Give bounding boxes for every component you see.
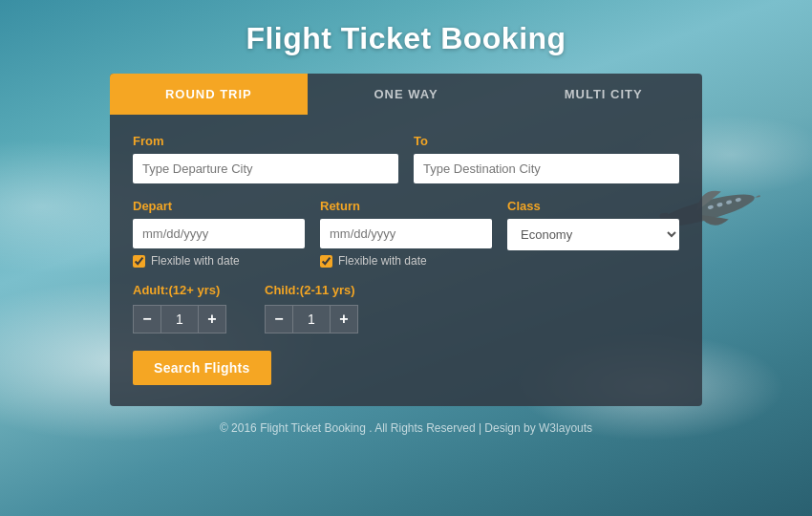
depart-flexible-label: Flexible with date [151, 254, 240, 268]
depart-flexible-checkbox[interactable] [133, 255, 145, 268]
return-field-group: Return Flexible with date [320, 199, 492, 268]
tab-round-trip[interactable]: ROUND TRIP [110, 74, 308, 115]
return-input[interactable] [320, 219, 492, 248]
dates-class-row: Depart Flexible with date Return Flexibl… [133, 199, 679, 268]
depart-label: Depart [133, 199, 305, 213]
return-flexible-label: Flexible with date [338, 254, 427, 268]
to-field-group: To [414, 134, 679, 183]
from-to-row: From To [133, 134, 679, 183]
adult-increment-button[interactable]: + [198, 305, 226, 333]
adult-counter-group: Adult:(12+ yrs) − 1 + [133, 283, 226, 333]
depart-flexible-row: Flexible with date [133, 254, 305, 268]
from-field-group: From [133, 134, 398, 183]
child-decrement-button[interactable]: − [265, 305, 293, 333]
page-container: Flight Ticket Booking ROUND TRIP ONE WAY… [0, 0, 812, 435]
child-increment-button[interactable]: + [330, 305, 358, 333]
return-flexible-row: Flexible with date [320, 254, 492, 268]
tab-one-way[interactable]: ONE WAY [308, 74, 505, 115]
depart-input[interactable] [133, 219, 305, 248]
from-input[interactable] [133, 154, 398, 183]
footer-text: © 2016 Flight Ticket Booking . All Right… [220, 421, 592, 435]
counters-section: Adult:(12+ yrs) − 1 + Child:(2-11 yrs) [133, 283, 679, 333]
adult-label: Adult:(12+ yrs) [133, 283, 226, 297]
to-label: To [414, 134, 679, 148]
adult-controls: − 1 + [133, 305, 226, 333]
child-value: 1 [293, 305, 330, 333]
adult-decrement-button[interactable]: − [133, 305, 161, 333]
class-field-group: Class Economy Business First Class [507, 199, 679, 268]
tab-multi-city[interactable]: MULTI CITY [504, 74, 702, 115]
return-flexible-checkbox[interactable] [320, 255, 332, 268]
page-title: Flight Ticket Booking [246, 21, 566, 56]
tab-bar: ROUND TRIP ONE WAY MULTI CITY [110, 74, 702, 115]
from-label: From [133, 134, 398, 148]
form-area: From To Depart Flexible with date [110, 115, 702, 406]
child-controls: − 1 + [265, 305, 358, 333]
class-label: Class [507, 199, 679, 213]
class-select[interactable]: Economy Business First Class [507, 219, 679, 250]
child-counter-group: Child:(2-11 yrs) − 1 + [265, 283, 358, 333]
child-label: Child:(2-11 yrs) [265, 283, 358, 297]
return-label: Return [320, 199, 492, 213]
depart-field-group: Depart Flexible with date [133, 199, 305, 268]
booking-card: ROUND TRIP ONE WAY MULTI CITY From To D [110, 74, 702, 406]
adult-value: 1 [161, 305, 198, 333]
to-input[interactable] [414, 154, 679, 183]
search-flights-button[interactable]: Search Flights [133, 351, 271, 385]
